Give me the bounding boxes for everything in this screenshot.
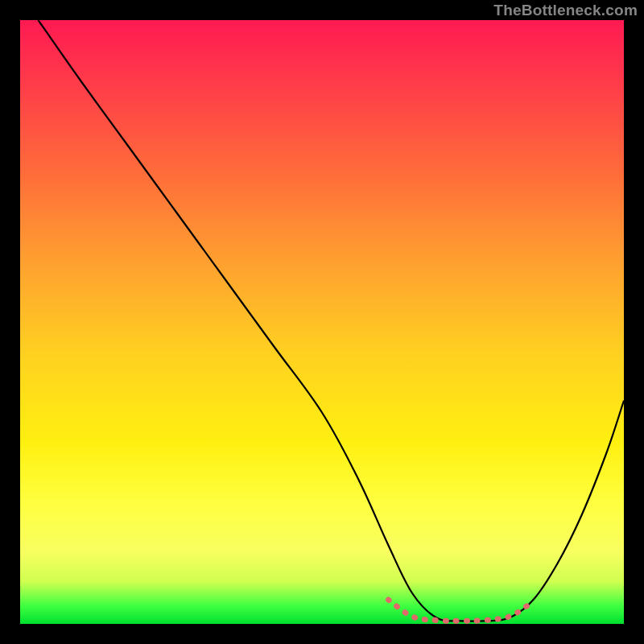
- current-range-highlight: [389, 600, 528, 621]
- plot-area: [20, 20, 624, 624]
- watermark-text: TheBottleneck.com: [493, 2, 638, 19]
- bottleneck-curve: [39, 20, 625, 621]
- chart-frame: TheBottleneck.com: [0, 0, 644, 644]
- curve-layer: [20, 20, 624, 624]
